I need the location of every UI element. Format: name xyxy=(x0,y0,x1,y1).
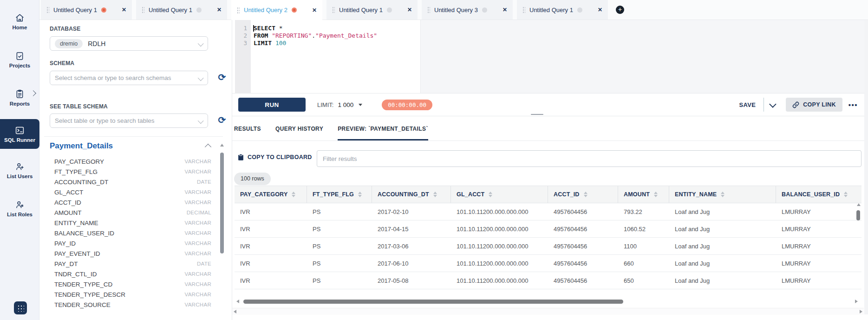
query-tab[interactable]: Untitled Query 1✕ xyxy=(41,0,132,20)
scroll-up-arrow-icon[interactable] xyxy=(857,203,861,206)
scroll-up-arrow-icon[interactable] xyxy=(220,144,224,147)
schema-placeholder: Select schema or type to search schemas xyxy=(55,74,171,81)
copy-to-clipboard-label: COPY TO CLIPBOARD xyxy=(248,154,312,160)
column-header[interactable]: AMOUNT xyxy=(618,186,669,203)
column-header[interactable]: ACCT_ID xyxy=(548,186,618,203)
reports-icon xyxy=(15,89,25,99)
sort-icon[interactable] xyxy=(358,192,362,197)
field-type: DATE xyxy=(197,261,211,267)
scrollbar-thumb[interactable] xyxy=(220,153,224,253)
chevron-right-icon[interactable] xyxy=(30,90,36,96)
query-tab[interactable]: Untitled Query 2✕ xyxy=(231,0,322,20)
close-tab-icon[interactable]: ✕ xyxy=(217,7,222,13)
sort-icon[interactable] xyxy=(721,192,724,197)
results-tab-label: QUERY HISTORY xyxy=(275,126,323,132)
run-button[interactable]: RUN xyxy=(238,98,306,112)
list-users-icon xyxy=(15,162,25,172)
column-header-label: GL_ACCT xyxy=(457,191,484,198)
drag-handle-icon[interactable] xyxy=(332,7,335,13)
limit-caret-icon[interactable] xyxy=(359,104,362,106)
sql-runner-app: Home Projects Reports SQL Runner xyxy=(0,0,868,320)
column-header[interactable]: FT_TYPE_FLG xyxy=(307,186,372,203)
column-header[interactable]: BALANCE_USER_ID xyxy=(776,186,861,203)
scroll-left-arrow-icon[interactable] xyxy=(236,300,239,303)
sort-icon[interactable] xyxy=(292,192,295,197)
field-type: VARCHAR xyxy=(185,159,211,164)
table-horizontal-scrollbar[interactable] xyxy=(232,298,859,305)
home-icon xyxy=(15,13,25,23)
drag-handle-icon[interactable] xyxy=(427,7,430,13)
close-tab-icon[interactable]: ✕ xyxy=(407,7,412,13)
sidebar-item-projects[interactable]: Projects xyxy=(0,47,39,73)
sidebar-item-label: Projects xyxy=(9,63,30,68)
results-tab[interactable]: QUERY HISTORY xyxy=(275,116,323,141)
field-type: VARCHAR xyxy=(185,230,211,236)
apps-grid-button[interactable] xyxy=(14,301,27,314)
page-vertical-scrollbar[interactable] xyxy=(864,20,868,314)
column-header[interactable]: GL_ACCT xyxy=(451,186,548,203)
schema-select[interactable]: Select schema or type to search schemas xyxy=(50,71,208,85)
schema-panel: DATABASE dremio RDLH SCHEMA Select schem… xyxy=(39,20,232,320)
copy-link-button[interactable]: COPY LINK xyxy=(786,98,842,112)
drag-handle-icon[interactable] xyxy=(142,7,144,13)
list-roles-icon xyxy=(15,200,25,210)
refresh-tables-icon[interactable]: ⟳ xyxy=(216,115,228,126)
drag-handle-icon[interactable] xyxy=(522,7,525,13)
drag-handle-icon[interactable] xyxy=(237,7,240,13)
sort-icon[interactable] xyxy=(844,192,848,197)
table-select[interactable]: Select table or type to search tables xyxy=(50,113,208,128)
editor-code[interactable]: SELECT *FROM "REPORTING"."Payment_Detail… xyxy=(254,25,377,47)
close-tab-icon[interactable]: ✕ xyxy=(122,7,126,13)
copy-to-clipboard-button[interactable]: COPY TO CLIPBOARD xyxy=(238,153,312,161)
table-cell: 660 xyxy=(618,255,669,272)
collapse-chevron-icon[interactable] xyxy=(205,144,211,150)
field-name: ACCOUNTING_DT xyxy=(50,179,108,186)
results-tab-bar: RESULTSQUERY HISTORYPREVIEW: `PAYMENT_DE… xyxy=(234,116,428,141)
results-tab[interactable]: RESULTS xyxy=(234,116,261,141)
query-tab[interactable]: Untitled Query 1✕ xyxy=(517,0,608,20)
scrollbar-thumb[interactable] xyxy=(856,210,860,220)
results-tab[interactable]: PREVIEW: `PAYMENT_DETAILS` xyxy=(338,116,428,141)
sidebar-item-sql-runner[interactable]: SQL Runner xyxy=(0,119,39,149)
column-header[interactable]: PAY_CATEGORY xyxy=(235,186,307,203)
save-dropdown-chevron-icon[interactable] xyxy=(769,100,777,108)
sidebar-item-label: List Roles xyxy=(7,212,33,217)
refresh-schemas-icon[interactable]: ⟳ xyxy=(216,72,228,83)
close-tab-icon[interactable]: ✕ xyxy=(312,7,317,13)
sidebar-item-list-roles[interactable]: List Roles xyxy=(0,195,39,221)
sort-icon[interactable] xyxy=(489,192,492,197)
sidebar-item-list-users[interactable]: List Users xyxy=(0,157,39,183)
close-tab-icon[interactable]: ✕ xyxy=(503,7,507,13)
close-tab-icon[interactable]: ✕ xyxy=(598,7,602,13)
more-options-button[interactable]: ••• xyxy=(848,101,858,109)
scroll-left-arrow-icon[interactable] xyxy=(234,310,236,313)
sidebar-item-home[interactable]: Home xyxy=(0,8,39,34)
query-tab[interactable]: Untitled Query 3✕ xyxy=(422,0,513,20)
sidebar-item-reports[interactable]: Reports xyxy=(0,85,39,111)
save-button[interactable]: SAVE xyxy=(739,101,756,108)
query-tab[interactable]: Untitled Query 1✕ xyxy=(326,0,418,20)
sql-editor[interactable]: 123 SELECT *FROM "REPORTING"."Payment_De… xyxy=(232,20,868,93)
drag-handle-icon[interactable] xyxy=(46,7,49,13)
schema-panel-scrollbar[interactable] xyxy=(220,144,224,311)
table-cell: Loaf and Jug xyxy=(669,272,776,289)
text-cursor xyxy=(253,25,254,32)
table-cell: LMURRAY xyxy=(776,272,861,289)
column-header[interactable]: ENTITY_NAME xyxy=(669,186,776,203)
page-horizontal-scrollbar[interactable] xyxy=(232,308,864,315)
new-query-tab-button[interactable]: + xyxy=(616,6,624,14)
line-number: 3 xyxy=(235,40,251,47)
column-header[interactable]: ACCOUNTING_DT xyxy=(372,186,451,203)
limit-control[interactable]: LIMIT: 1 000 xyxy=(317,101,362,108)
scrollbar-thumb[interactable] xyxy=(243,300,623,304)
sort-icon[interactable] xyxy=(433,192,437,197)
database-select[interactable]: dremio RDLH xyxy=(50,36,208,51)
query-tab[interactable]: Untitled Query 1✕ xyxy=(136,0,227,20)
scroll-right-arrow-icon[interactable] xyxy=(860,310,862,313)
filter-results-input[interactable] xyxy=(317,150,861,167)
sort-icon[interactable] xyxy=(654,192,658,197)
results-panel: RESULTSQUERY HISTORYPREVIEW: `PAYMENT_DE… xyxy=(232,116,868,320)
scroll-right-arrow-icon[interactable] xyxy=(855,300,858,303)
table-cell: 2017-04-15 xyxy=(372,220,451,237)
sort-icon[interactable] xyxy=(584,192,587,197)
